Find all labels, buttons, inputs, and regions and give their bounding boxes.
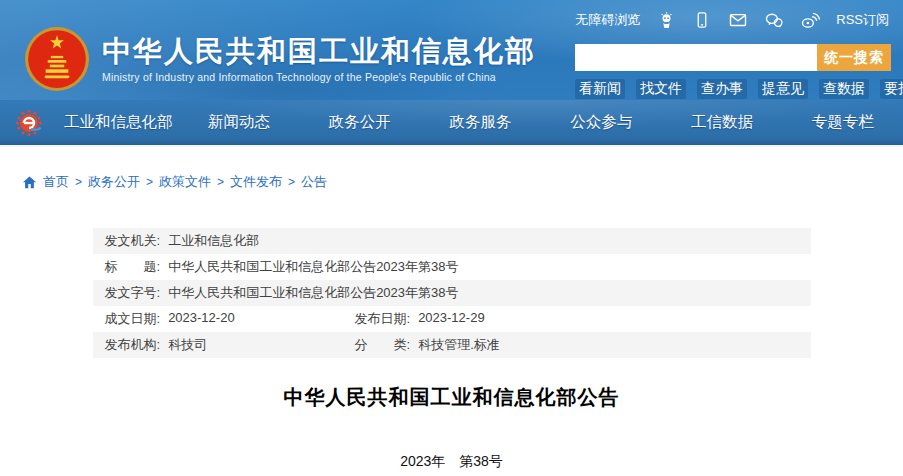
breadcrumb-gov-info[interactable]: 政务公开 (88, 173, 140, 191)
meta-row-dates: 成文日期: 2023-12-20 发布日期: 2023-12-29 (93, 306, 811, 332)
meta-value: 中华人民共和国工业和信息化部公告2023年第38号 (168, 258, 458, 276)
document-title: 中华人民共和国工业和信息化部公告 (0, 384, 903, 411)
meta-label: 发布日期: (355, 310, 411, 328)
quick-link-complaint[interactable]: 要投诉 (880, 79, 903, 99)
document-number: 2023年 第38号 (0, 453, 903, 471)
quick-link-files[interactable]: 找文件 (636, 79, 686, 99)
breadcrumb: 首页 > 政务公开 > 政策文件 > 文件发布 > 公告 (0, 147, 903, 191)
quick-links: 看新闻 找文件 查办事 提意见 查数据 要投诉 (575, 79, 891, 99)
breadcrumb-policy-files[interactable]: 政策文件 (159, 173, 211, 191)
nav-item-participation[interactable]: 公众参与 (541, 112, 662, 133)
breadcrumb-separator: > (146, 175, 153, 189)
masthead: 中华人民共和国工业和信息化部 Ministry of Industry and … (24, 26, 536, 92)
meta-label: 发布机构: (105, 336, 161, 354)
wechat-icon[interactable] (764, 10, 784, 30)
meta-value: 科技管理.标准 (418, 336, 500, 354)
breadcrumb-announcement[interactable]: 公告 (301, 173, 327, 191)
quick-link-news[interactable]: 看新闻 (575, 79, 625, 99)
breadcrumb-file-release[interactable]: 文件发布 (230, 173, 282, 191)
breadcrumb-separator: > (288, 175, 295, 189)
document-meta-table: 发文机关: 工业和信息化部 标 题: 中华人民共和国工业和信息化部公告2023年… (93, 228, 811, 358)
meta-row-publisher-category: 发布机构: 科技司 分 类: 科技管理.标准 (93, 332, 811, 358)
search-area: 统一搜索 看新闻 找文件 查办事 提意见 查数据 要投诉 (575, 44, 891, 99)
weibo-icon[interactable] (800, 10, 820, 30)
meta-row-issuing-agency: 发文机关: 工业和信息化部 (93, 228, 811, 254)
nav-item-data[interactable]: 工信数据 (662, 112, 783, 133)
breadcrumb-home[interactable]: 首页 (43, 173, 69, 191)
nav-item-topics[interactable]: 专题专栏 (782, 112, 903, 133)
robot-icon[interactable] (656, 10, 676, 30)
site-title: 中华人民共和国工业和信息化部 (102, 35, 536, 68)
nav-item-gov-info[interactable]: 政务公开 (299, 112, 420, 133)
unified-search-button[interactable]: 统一搜索 (817, 44, 891, 71)
meta-label: 分 类: (355, 336, 411, 354)
mobile-icon[interactable] (692, 10, 712, 30)
breadcrumb-separator: > (217, 175, 224, 189)
meta-label: 发文字号: (105, 284, 161, 302)
nav-item-ministry[interactable]: 工业和信息化部 (58, 112, 179, 133)
meta-label: 成文日期: (105, 310, 161, 328)
utility-bar: 无障碍浏览 (575, 10, 889, 30)
quick-link-feedback[interactable]: 提意见 (758, 79, 808, 99)
meta-value: 2023-12-20 (168, 310, 235, 328)
breadcrumb-separator: > (75, 175, 82, 189)
site-header: 无障碍浏览 (0, 0, 903, 100)
gov-e-logo-icon (14, 108, 44, 138)
main-navigation: 工业和信息化部 新闻动态 政务公开 政务服务 公众参与 工信数据 专题专栏 (0, 100, 903, 147)
accessibility-link[interactable]: 无障碍浏览 (575, 11, 640, 29)
meta-value: 中华人民共和国工业和信息化部公告2023年第38号 (168, 284, 458, 302)
nav-items: 工业和信息化部 新闻动态 政务公开 政务服务 公众参与 工信数据 专题专栏 (58, 112, 903, 133)
meta-value: 2023-12-29 (418, 310, 485, 328)
meta-label: 标 题: (105, 258, 161, 276)
rss-link[interactable]: RSS订阅 (836, 11, 889, 29)
meta-row-doc-number: 发文字号: 中华人民共和国工业和信息化部公告2023年第38号 (93, 280, 811, 306)
national-emblem (24, 26, 90, 92)
meta-value: 科技司 (168, 336, 207, 354)
meta-label: 发文机关: (105, 232, 161, 250)
site-subtitle: Ministry of Industry and Information Tec… (102, 71, 536, 83)
search-input[interactable] (575, 44, 817, 71)
mail-icon[interactable] (728, 10, 748, 30)
nav-item-news[interactable]: 新闻动态 (179, 112, 300, 133)
quick-link-services[interactable]: 查办事 (697, 79, 747, 99)
nav-item-gov-services[interactable]: 政务服务 (420, 112, 541, 133)
meta-row-title: 标 题: 中华人民共和国工业和信息化部公告2023年第38号 (93, 254, 811, 280)
home-icon (22, 175, 37, 190)
quick-link-data[interactable]: 查数据 (819, 79, 869, 99)
meta-value: 工业和信息化部 (168, 232, 259, 250)
